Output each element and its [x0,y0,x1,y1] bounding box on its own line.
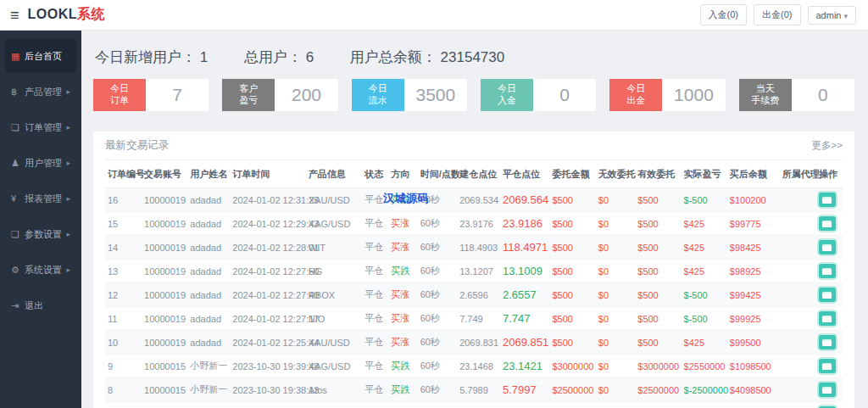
sidebar-item-label: 后台首页 [25,50,70,63]
order-detail-button[interactable] [819,359,836,373]
stat-card-label[interactable]: 今日 流水 [352,79,404,111]
cell-status: 平仓 [362,236,388,260]
sidebar-item-icon: ▦ [11,51,25,62]
stat-card-label[interactable]: 客户 盈亏 [222,79,275,111]
stat-new-users: 今日新增用户： 1 [95,49,208,65]
order-detail-button[interactable] [819,335,836,349]
cell-time: 2024-01-02 12:27:40 [230,283,306,307]
cell-duration: 60秒 [418,331,458,355]
sidebar-item-label: 用户管理 [25,157,66,170]
cell-open: 7.749 [457,307,500,331]
more-link[interactable]: 更多>> [812,139,843,152]
stat-card: 今日 入金 0 [481,79,596,111]
cell-product: XAU/USD [306,331,362,355]
cell-status: 平仓 [362,331,388,355]
cell-agent [780,260,816,283]
cell-product: RBOX [306,283,362,307]
cell-actions [816,355,843,378]
user-menu-button[interactable]: admin▾ [808,6,857,25]
cell-amount: $500 [550,283,596,307]
cell-amount: $2500000 [550,378,596,402]
stat-card-label[interactable]: 当天 手续费 [739,79,792,111]
order-detail-button[interactable] [819,288,836,302]
order-detail-button[interactable] [819,264,836,278]
cell-profit: $-500 [682,307,727,331]
stat-total-balance: 用户总余额： 23154730 [350,49,504,65]
withdraw-button[interactable]: 出金(0) [754,4,800,25]
sidebar-item-users[interactable]: ♟ 用户管理 ▸ [5,146,76,180]
stat-card-value: 0 [533,79,596,111]
cell-balance: $1098500 [727,355,780,378]
cell-close: 1996.102 [500,402,550,408]
column-header: 平仓点位 [500,160,550,188]
cell-valid: $10000 [635,402,681,408]
cell-valid: $500 [635,236,681,260]
cell-duration: 60秒 [418,307,458,331]
stat-card-label[interactable]: 今日 入金 [481,79,533,111]
table-title: 最新交易记录 [105,138,169,153]
sidebar-item-products[interactable]: ฿ 产品管理 ▸ [5,75,76,109]
order-detail-button[interactable] [819,216,836,231]
sidebar-item-icon: ⇥ [11,300,25,311]
order-detail-button[interactable] [819,311,836,326]
cell-account: 10000015 [142,355,187,378]
cell-id: 10 [105,331,142,355]
table-row: 810000015小野新一2023-10-30 19:38:13Atos平仓买跌… [105,378,843,402]
order-detail-button[interactable] [819,383,836,397]
cell-open: 13.1207 [457,260,500,283]
cell-open: 23.1468 [457,355,500,378]
cell-profit: $425 [682,331,727,355]
cell-status: 平仓 [362,212,388,236]
cell-product: Gold [306,402,362,408]
topbar: ≡ LOOKL系统 入金(0) 出金(0) admin▾ [0,0,868,31]
cell-direction: 买跌 [388,355,417,378]
cell-id: 15 [105,212,142,236]
chevron-down-icon: ▾ [843,12,848,20]
cell-invalid: $0 [596,307,636,331]
cell-profit: $425 [682,260,727,283]
column-header: 建仓点位 [457,160,500,188]
cell-direction: 买涨 [388,331,417,355]
stat-card-label[interactable]: 今日 出金 [609,79,662,111]
column-header: 操作 [816,160,843,188]
stat-card-value: 200 [275,79,337,111]
sidebar-item-reports[interactable]: ¥ 报表管理 ▸ [5,182,76,215]
column-header: 所属代理 [780,160,816,188]
cell-name: 小野新一 [187,355,230,378]
sidebar-item-icon: ⚙ [11,265,25,276]
cell-account: 10000019 [142,331,187,355]
cell-open: 2069.534 [457,188,500,212]
detail-card-icon [822,244,832,251]
cell-amount: $500 [550,331,596,355]
sidebar-item-system[interactable]: ⚙ 系统设置 ▸ [5,253,76,287]
cell-amount: $3000000 [550,355,596,378]
sidebar-item-params[interactable]: ❏ 参数设置 ▸ [5,217,76,251]
sidebar-item-icon: ¥ [11,193,25,204]
cell-valid: $500 [635,331,681,355]
order-detail-button[interactable] [819,240,836,254]
cell-invalid: $0 [596,236,636,260]
sidebar: ▦ 后台首页 ฿ 产品管理 ▸ ❏ 订单管理 ▸ ♟ 用户管理 ▸ ¥ 报表管理… [0,31,81,408]
cell-account: 10000015 [142,378,187,402]
column-header: 方向 [388,160,417,188]
table-body: 1610000019adadad2024-01-02 12:31:25XAU/U… [105,188,843,408]
stat-card-label[interactable]: 今日 订单 [93,79,146,111]
menu-toggle-icon[interactable]: ≡ [10,8,19,23]
sidebar-item-orders[interactable]: ❏ 订单管理 ▸ [5,110,76,144]
cell-close: 23.1421 [500,355,550,378]
cell-time: 2023-10-30 19:38:13 [230,378,306,402]
table-row: 1510000019adadad2024-01-02 12:29:43XAG/U… [105,212,843,236]
cell-direction: 买涨 [388,212,417,236]
order-detail-button[interactable] [819,193,836,207]
cell-actions [816,307,843,331]
cell-time: 2024-01-02 12:29:43 [230,212,306,236]
cell-id: 16 [105,188,142,212]
cell-id: 13 [105,260,142,283]
sidebar-item-dashboard[interactable]: ▦ 后台首页 [5,39,76,73]
cell-open: 118.4903 [457,236,500,260]
stat-card-value: 0 [792,79,854,111]
cell-agent [780,402,816,408]
sidebar-item-logout[interactable]: ⇥ 退出 [5,288,76,322]
cell-product: Atos [306,378,362,402]
deposit-button[interactable]: 入金(0) [700,4,747,25]
